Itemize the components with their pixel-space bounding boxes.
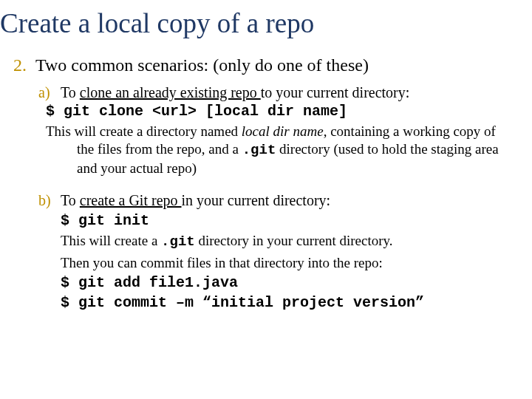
a-tail: to your current directory: [261,84,410,100]
sub-text-b: To create a Git repo in your current dir… [61,192,330,209]
sub-marker-b: b) [38,192,61,209]
sublist-b: b) To create a Git repo in your current … [0,192,516,312]
b-desc1: This will create a .git directory in you… [61,232,516,251]
code-git-clone: $ git clone <url> [local dir name] [46,103,516,120]
sub-item-b: b) To create a Git repo in your current … [38,192,516,209]
a-desc-pre: This will create a directory named [46,123,242,139]
sub-item-a: a) To clone an already existing repo to … [38,84,516,101]
b-desc1-post: directory in your current directory. [195,233,393,248]
code-git-init: $ git init [61,212,516,229]
list-text-2: Two common scenarios: (only do one of th… [35,55,369,75]
sub-marker-a: a) [38,84,61,101]
code-git-commit: $ git commit –m “initial project version… [61,294,516,311]
sub-text-a: To clone an already existing repo to you… [61,84,409,101]
slide-title: Create a local copy of a repo [0,7,516,39]
b-desc1-git: .git [161,233,195,250]
a-desc-localdir: local dir name [242,123,324,139]
b-desc2: Then you can commit files in that direct… [61,254,516,272]
b-desc1-pre: This will create a [61,233,161,248]
b-tail: in your current directory: [182,192,331,208]
code-git-add: $ git add file1.java [61,274,516,291]
a-description: This will create a directory named local… [46,123,516,177]
a-desc-git: .git [242,142,276,158]
sublist-a: a) To clone an already existing repo to … [0,84,516,177]
a-lead: To [61,84,80,100]
list-item-2: 2. Two common scenarios: (only do one of… [13,55,516,75]
b-lead: To [61,192,80,208]
b-underlined: create a Git repo [80,192,182,208]
a-underlined: clone an already existing repo [80,84,261,100]
list-marker-2: 2. [13,55,35,75]
